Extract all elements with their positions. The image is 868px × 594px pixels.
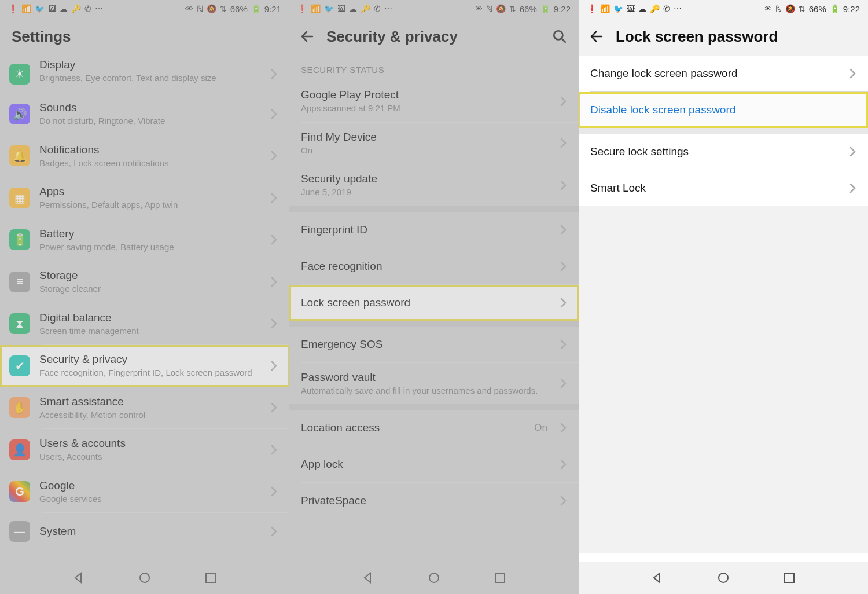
settings-row-notifications[interactable]: 🔔 Notifications Badges, Lock screen noti… [0,135,289,177]
search-icon[interactable] [552,29,567,44]
security-row-privatespace[interactable]: PrivateSpace [289,483,579,519]
status-data-icon: ⇅ [220,5,227,13]
apps-icon: ▦ [9,188,30,208]
row-sub: Apps scanned at 9:21 PM [301,102,551,114]
status-whatsapp-icon: ✆ [374,5,381,13]
status-battery-pct: 66% [809,4,826,14]
security-list[interactable]: SECURITY STATUS Google Play Protect Apps… [289,56,579,562]
settings-row-digital-balance[interactable]: ⧗ Digital balance Screen time management [0,303,289,345]
status-more-icon: ⋯ [384,5,392,13]
status-wifi-icon: 📶 [311,5,321,13]
settings-row-battery[interactable]: 🔋 Battery Power saving mode, Battery usa… [0,219,289,261]
settings-row-storage[interactable]: ≡ Storage Storage cleaner [0,261,289,303]
row-label: Display [39,58,262,71]
sound-icon: 🔊 [9,104,30,124]
status-key-icon: 🔑 [361,5,370,13]
status-bar: ❗ 📶 🐦 🖼 ☁ 🔑 ✆ ⋯ 👁 ℕ 🔕 ⇅ 66% 🔋 9:22 [289,0,579,17]
nav-home-icon[interactable] [716,571,730,585]
back-icon[interactable] [301,30,315,43]
security-row-app-lock[interactable]: App lock [289,446,579,482]
status-twitter-icon: 🐦 [324,5,334,13]
row-label: System [39,525,262,538]
row-label: Smart Lock [590,182,840,195]
svg-rect-4 [495,573,505,582]
row-label: Security update [301,173,551,185]
status-time: 9:22 [554,4,571,14]
status-nfc-icon: ℕ [197,5,203,13]
row-sub: Storage cleaner [39,283,262,295]
settings-row-display[interactable]: ☀ Display Brightness, Eye comfort, Text … [0,56,289,93]
nav-home-icon[interactable] [427,571,441,585]
status-alert-icon: ❗ [587,5,597,13]
settings-list[interactable]: ☀ Display Brightness, Eye comfort, Text … [0,56,289,562]
security-row-face-recognition[interactable]: Face recognition [289,248,579,284]
status-mute-icon: 🔕 [785,5,795,13]
row-label: Secure lock settings [590,145,840,158]
security-row-password-vault[interactable]: Password vault Automatically save and fi… [289,363,579,405]
status-battery-icon: 🔋 [540,5,550,13]
status-photo-icon: 🖼 [337,5,345,13]
settings-row-users-accounts[interactable]: 👤 Users & accounts Users, Accounts [0,429,289,471]
settings-row-security-privacy[interactable]: ✔ Security & privacy Face recognition, F… [0,345,289,387]
lock-row-change-lock-screen-password[interactable]: Change lock screen password [579,56,868,91]
row-sub: Do not disturb, Ringtone, Vibrate [39,115,262,127]
lockscreen-list[interactable]: Change lock screen password Disable lock… [579,56,868,562]
security-row-lock-screen-password[interactable]: Lock screen password [289,285,579,321]
status-battery-icon: 🔋 [251,5,261,13]
lock-row-secure-lock-settings[interactable]: Secure lock settings [579,134,868,170]
row-label: Digital balance [39,311,262,324]
svg-point-3 [429,573,439,582]
security-row-fingerprint-id[interactable]: Fingerprint ID [289,212,579,248]
row-label: Location access [301,421,525,434]
lock-row-disable-lock-screen-password[interactable]: Disable lock screen password [579,92,868,128]
status-whatsapp-icon: ✆ [84,5,91,13]
nav-recent-icon[interactable] [204,571,218,585]
row-label: Fingerprint ID [301,223,551,236]
nav-home-icon[interactable] [138,571,152,585]
row-sub: Brightness, Eye comfort, Text and displa… [39,72,262,84]
security-row-google-play-protect[interactable]: Google Play Protect Apps scanned at 9:21… [289,80,579,122]
status-whatsapp-icon: ✆ [663,5,670,13]
section-header: SECURITY STATUS [289,56,579,80]
nav-back-icon[interactable] [361,571,375,585]
nav-bar [0,562,289,594]
nav-recent-icon[interactable] [493,571,507,585]
svg-point-5 [719,573,728,582]
nav-recent-icon[interactable] [782,571,796,585]
status-more-icon: ⋯ [674,5,682,13]
lock-row-smart-lock[interactable]: Smart Lock [579,170,868,206]
row-sub: Permissions, Default apps, App twin [39,199,262,211]
row-trailing: On [534,422,547,434]
back-icon[interactable] [590,30,604,43]
security-row-security-update[interactable]: Security update June 5, 2019 [289,164,579,206]
row-label: Storage [39,269,262,282]
svg-point-0 [140,573,149,582]
settings-row-google[interactable]: G Google Google services [0,471,289,513]
status-key-icon: 🔑 [650,5,660,13]
settings-row-sounds[interactable]: 🔊 Sounds Do not disturb, Ringtone, Vibra… [0,93,289,135]
security-row-find-my-device[interactable]: Find My Device On [289,123,579,164]
row-label: Find My Device [301,131,551,144]
settings-row-smart-assistance[interactable]: ✋ Smart assistance Accessibility, Motion… [0,387,289,429]
settings-row-apps[interactable]: ▦ Apps Permissions, Default apps, App tw… [0,177,289,219]
row-label: Battery [39,228,262,240]
status-twitter-icon: 🐦 [613,5,623,13]
nav-bar [579,562,868,594]
status-wifi-icon: 📶 [600,5,610,13]
security-row-location-access[interactable]: Location access On [289,410,579,446]
row-label: Security & privacy [39,353,262,366]
status-bar: ❗ 📶 🐦 🖼 ☁ 🔑 ✆ ⋯ 👁 ℕ 🔕 ⇅ 66% 🔋 9:22 [579,0,868,17]
status-time: 9:22 [843,4,860,14]
row-sub: Power saving mode, Battery usage [39,241,262,253]
row-label: Users & accounts [39,437,262,450]
row-sub: On [301,145,551,156]
bell-icon: 🔔 [9,145,30,166]
security-row-emergency-sos[interactable]: Emergency SOS [289,327,579,362]
row-label: PrivateSpace [301,494,551,507]
row-label: Sounds [39,101,262,114]
settings-row-system[interactable]: — System [0,513,289,550]
row-label: Smart assistance [39,395,262,408]
nav-back-icon[interactable] [650,571,664,585]
nav-back-icon[interactable] [72,571,86,585]
nav-bar [289,562,579,594]
